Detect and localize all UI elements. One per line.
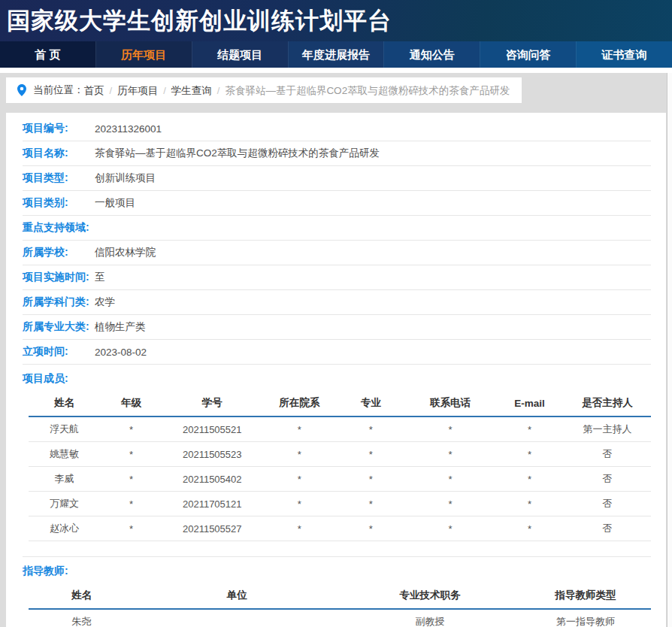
breadcrumb-item[interactable]: 首页 [84,85,104,96]
field-label: 项目编号: [23,122,95,135]
table-cell: * [495,467,564,492]
field-label: 项目类型: [23,171,95,185]
table-cell: * [495,442,564,467]
table-header-row: 姓名单位专业技术职务指导教师类型 [29,582,651,609]
table-cell: 姚慧敏 [29,442,100,467]
field-label: 所属学校: [23,246,95,259]
table-cell: 浮天航 [29,416,100,442]
table-cell: * [495,416,564,442]
table-cell: * [100,442,162,467]
field-label: 重点支持领域: [23,221,95,235]
header-separator [0,68,672,73]
field-row: 重点支持领域: [23,216,651,241]
field-label: 项目类别: [23,196,95,210]
table-row: 赵冰心*20211505527****否 [29,516,651,541]
field-label: 立项时间: [23,345,95,359]
table-row: 浮天航*20211505521****第一主持人 [29,416,651,442]
table-cell: * [100,416,162,442]
field-value: 202311326001 [95,123,162,135]
column-header: 姓名 [29,389,100,416]
project-detail-card: 项目编号:202311326001项目名称:茶食驿站—基于超临界CO2萃取与超微… [6,113,666,627]
nav-tab-6[interactable]: 证书查询 [576,41,672,68]
table-cell: * [337,492,405,516]
field-value: 植物生产类 [95,320,146,334]
column-header: 单位 [135,582,340,609]
nav-tab-1[interactable]: 历年项目 [95,41,192,68]
table-cell: * [262,516,336,541]
table-cell: * [495,516,564,541]
breadcrumb-item[interactable]: 学生查询 [171,85,212,96]
site-title: 国家级大学生创新创业训练计划平台 [0,0,672,38]
table-header-row: 姓名年级学号所在院系专业联系电话E-mail是否主持人 [29,389,651,416]
field-label: 所属专业大类: [23,320,95,334]
column-header: 姓名 [29,582,135,609]
nav-tab-3[interactable]: 年度进展报告 [288,41,384,68]
project-fields: 项目编号:202311326001项目名称:茶食驿站—基于超临界CO2萃取与超微… [23,117,651,365]
table-cell: 否 [564,516,651,541]
table-cell: 副教授 [340,609,520,627]
table-cell: 朱尧 [29,609,135,627]
table-cell: 第一主持人 [564,416,651,442]
breadcrumb-label: 当前位置： [33,83,84,97]
table-cell: * [405,516,495,541]
table-cell: * [100,516,162,541]
field-row: 所属学科门类:农学 [23,290,651,315]
table-cell: * [495,492,564,516]
field-label: 项目名称: [23,147,95,160]
table-cell: 20211505527 [162,516,262,541]
table-cell: * [262,416,336,442]
field-value: 2023-08-02 [95,347,147,358]
breadcrumb: 当前位置： 首页/历年项目/学生查询/茶食驿站—基于超临界CO2萃取与超微粉碎技… [6,77,522,103]
field-row: 所属学校:信阳农林学院 [23,241,651,265]
breadcrumb-item: 茶食驿站—基于超临界CO2萃取与超微粉碎技术的茶食产品研发 [225,85,510,96]
table-cell: * [262,467,336,492]
field-row: 项目编号:202311326001 [23,117,651,141]
table-cell: 李威 [29,467,100,492]
column-header: 专业技术职务 [340,582,520,609]
site-header: 国家级大学生创新创业训练计划平台 [0,0,672,41]
nav-tab-5[interactable]: 咨询问答 [480,41,576,68]
field-row: 项目类型:创新训练项目 [23,166,651,191]
breadcrumb-separator: / [163,85,166,96]
page-background: 当前位置： 首页/历年项目/学生查询/茶食驿站—基于超临界CO2萃取与超微粉碎技… [0,73,667,627]
column-header: 专业 [337,389,405,416]
scrollbar-track[interactable] [667,73,672,627]
nav-tab-0[interactable]: 首 页 [0,41,95,68]
table-cell: 20211505521 [162,416,262,442]
column-header: 指导教师类型 [520,582,651,609]
breadcrumb-separator: / [217,85,220,96]
table-cell: 20211705121 [162,492,262,516]
column-header: 是否主持人 [564,389,651,416]
table-cell: 第一指导教师 [520,609,651,627]
table-cell: * [405,442,495,467]
field-row: 所属专业大类:植物生产类 [23,315,651,340]
table-cell: * [405,492,495,516]
table-cell: * [100,467,162,492]
table-cell [135,609,340,627]
table-row: 朱尧副教授第一指导教师 [29,609,651,627]
nav-tab-4[interactable]: 通知公告 [383,41,480,68]
field-value: 至 [95,271,105,284]
field-value: 一般项目 [95,196,135,210]
breadcrumb-item[interactable]: 历年项目 [117,85,158,96]
table-cell: 否 [564,467,651,492]
breadcrumb-separator: / [110,85,113,96]
table-cell: 否 [564,442,651,467]
column-header: 所在院系 [262,389,336,416]
main-nav: 首 页历年项目结题项目年度进展报告通知公告咨询问答证书查询 [0,41,672,68]
table-cell: 20211505402 [162,467,262,492]
field-label: 项目实施时间: [23,271,95,284]
table-cell: 20211505523 [162,442,262,467]
table-cell: 否 [564,492,651,516]
field-row: 项目类别:一般项目 [23,191,651,216]
location-pin-icon [17,84,26,96]
column-header: 学号 [162,389,262,416]
breadcrumb-items: 首页/历年项目/学生查询/茶食驿站—基于超临界CO2萃取与超微粉碎技术的茶食产品… [84,83,510,98]
field-row: 立项时间:2023-08-02 [23,340,651,365]
table-row: 姚慧敏*20211505523****否 [29,442,651,467]
column-header: E-mail [495,389,564,416]
advisors-table: 姓名单位专业技术职务指导教师类型朱尧副教授第一指导教师夏雨讲师第二指导教师 [29,582,651,627]
field-row: 项目名称:茶食驿站—基于超临界CO2萃取与超微粉碎技术的茶食产品研发 [23,141,651,166]
nav-tab-2[interactable]: 结题项目 [192,41,288,68]
field-label: 所属学科门类: [23,295,95,309]
